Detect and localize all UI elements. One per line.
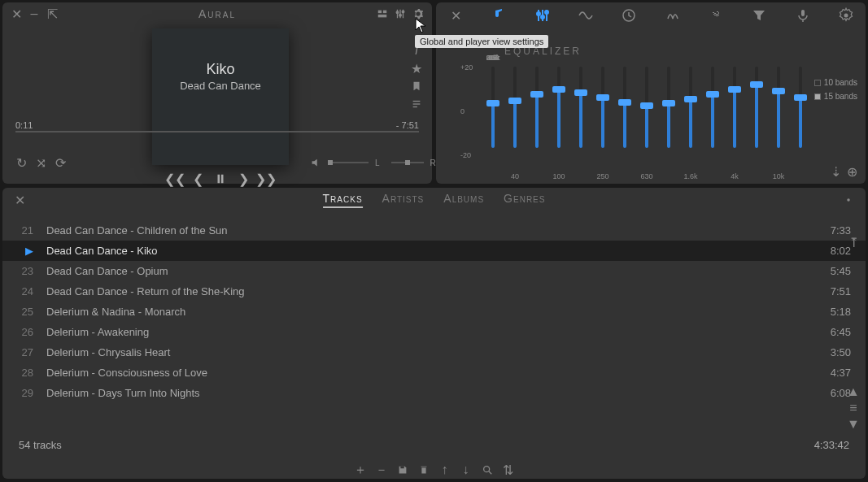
eq-area: +20 0 -20 2540631604001k2.5k6.3k16k40100…: [485, 63, 809, 176]
page-down-icon[interactable]: ▼: [848, 419, 859, 430]
eq-slider-2[interactable]: 63: [529, 65, 545, 171]
fx-delay-icon[interactable]: ༄: [708, 7, 724, 24]
fx-settings-icon[interactable]: [838, 7, 854, 24]
svg-point-22: [844, 14, 848, 18]
track-artist: Dead Can Dance: [180, 80, 261, 92]
minimize-icon[interactable]: –: [28, 8, 40, 20]
tab-genres[interactable]: Genres: [504, 192, 545, 208]
next-track-icon[interactable]: ❯❯: [260, 173, 272, 185]
fx-preset-save-icon[interactable]: ⊕: [846, 166, 857, 177]
fx-tabs: ✕ ༄: [436, 2, 866, 24]
collapse-icon[interactable]: ≡: [848, 402, 859, 414]
fx-mic-icon[interactable]: [795, 7, 811, 24]
remove-track-icon[interactable]: －: [376, 464, 387, 475]
time-remaining: - 7:51: [396, 120, 419, 130]
loop-icon[interactable]: ⟳: [55, 157, 66, 168]
gain-mid: 0: [460, 107, 473, 115]
sliders-icon[interactable]: [395, 8, 406, 20]
eq-slider-3[interactable]: [551, 65, 567, 171]
fx-eq-icon[interactable]: [534, 7, 551, 24]
album-art: Kiko Dead Can Dance ❮❮ ❮ ❯ ❯❯: [152, 28, 289, 165]
bands-10-option[interactable]: 10 bands: [814, 78, 857, 87]
track-row[interactable]: 25Delerium & Nadina - Monarch5:18: [2, 302, 866, 322]
track-row[interactable]: 21Dead Can Dance - Children of the Sun7:…: [2, 220, 866, 241]
shuffle-icon[interactable]: ⤨: [35, 157, 46, 168]
svg-point-17: [537, 12, 540, 15]
eq-slider-0[interactable]: 25: [485, 65, 501, 171]
player-panel: ✕ – ⇱ Aural Kiko Dead Can Dance ❮❮ ❮ ❯ ❯…: [2, 2, 432, 184]
player-side-icons: i ★: [411, 45, 422, 110]
track-row[interactable]: 23Dead Can Dance - Opium5:45: [2, 261, 866, 281]
pan-slider[interactable]: [391, 162, 424, 163]
fx-time-icon[interactable]: [621, 7, 637, 24]
forward-icon[interactable]: ❯: [238, 173, 249, 185]
volume-slider[interactable]: [328, 162, 369, 163]
track-row[interactable]: 26Delerium - Awakening6:45: [2, 322, 866, 342]
svg-point-6: [396, 11, 399, 14]
tab-albums[interactable]: Albums: [443, 192, 484, 208]
cursor-icon: [415, 18, 428, 37]
playlist-icon[interactable]: [411, 98, 422, 110]
fx-filter-icon[interactable]: [751, 7, 767, 24]
fx-pitch-icon[interactable]: [578, 7, 594, 24]
pause-icon[interactable]: [215, 173, 226, 185]
tracks-settings-icon[interactable]: [843, 194, 854, 206]
sort-icon[interactable]: ⇅: [503, 464, 514, 475]
close-icon[interactable]: ✕: [447, 7, 464, 24]
pan-label-l: L: [375, 158, 385, 167]
bands-15-option[interactable]: 15 bands: [814, 92, 857, 101]
effects-panel: ✕ ༄ EQUALIZER +20 0 -20 2540631604001k2.…: [436, 2, 866, 184]
favorite-icon[interactable]: ★: [411, 63, 422, 74]
save-playlist-icon[interactable]: [397, 464, 408, 475]
page-up-icon[interactable]: ▲: [848, 386, 859, 397]
bookmark-icon[interactable]: [411, 80, 422, 92]
track-row[interactable]: 29Delerium - Days Turn Into Nights6:08: [2, 383, 866, 403]
expand-icon[interactable]: ⇱: [46, 8, 58, 20]
tab-artists[interactable]: Artists: [382, 192, 425, 208]
svg-rect-24: [400, 467, 403, 469]
track-tabs: TracksArtistsAlbumsGenres: [323, 192, 546, 208]
track-row[interactable]: 27Delerium - Chrysalis Heart3:50: [2, 342, 866, 363]
eq-slider-4[interactable]: 160: [573, 65, 589, 171]
eq-slider-9[interactable]: [683, 65, 699, 171]
gain-top: +20: [460, 63, 473, 72]
move-up-icon[interactable]: ↑: [439, 464, 451, 475]
eq-slider-5[interactable]: [595, 65, 611, 171]
scroll-top-icon[interactable]: ⤒: [848, 237, 859, 248]
track-row[interactable]: ▶Dead Can Dance - Kiko8:02: [2, 241, 866, 261]
eq-slider-1[interactable]: 40: [507, 65, 523, 171]
delete-icon[interactable]: [418, 464, 430, 475]
fx-master-icon[interactable]: [491, 7, 507, 24]
svg-point-7: [399, 14, 402, 16]
eq-slider-13[interactable]: [770, 65, 787, 171]
eq-slider-11[interactable]: [726, 65, 743, 171]
close-icon[interactable]: ✕: [11, 8, 22, 20]
eq-slider-10[interactable]: 2.5k: [704, 65, 721, 171]
layout-icon[interactable]: [377, 8, 388, 20]
volume-icon[interactable]: [310, 157, 321, 168]
svg-point-23: [847, 198, 850, 202]
eq-slider-14[interactable]: 16k: [792, 65, 809, 171]
eq-slider-7[interactable]: [639, 65, 655, 171]
search-icon[interactable]: [482, 464, 493, 475]
fx-preset-down-icon[interactable]: ⇣: [830, 166, 841, 177]
fx-reverb-icon[interactable]: [665, 7, 681, 24]
track-row[interactable]: 28Delerium - Consciousness of Love4:37: [2, 363, 866, 383]
svg-rect-9: [218, 175, 220, 184]
rewind-icon[interactable]: ❮: [192, 173, 203, 185]
seek-bar[interactable]: [15, 131, 419, 132]
add-track-icon[interactable]: ＋: [355, 464, 366, 475]
track-row[interactable]: 24Dead Can Dance - Return of the She-Kin…: [2, 281, 866, 302]
svg-rect-10: [221, 175, 224, 184]
svg-rect-2: [378, 15, 387, 18]
svg-point-19: [545, 11, 548, 14]
eq-slider-12[interactable]: 6.3k: [748, 65, 765, 171]
svg-rect-21: [801, 10, 805, 16]
prev-track-icon[interactable]: ❮❮: [169, 173, 181, 185]
close-icon[interactable]: ✕: [14, 194, 25, 206]
repeat-icon[interactable]: ↻: [15, 157, 27, 168]
eq-slider-6[interactable]: 400: [617, 65, 633, 171]
tab-tracks[interactable]: Tracks: [323, 192, 363, 208]
eq-slider-8[interactable]: 1k: [661, 65, 677, 171]
move-down-icon[interactable]: ↓: [460, 464, 472, 475]
